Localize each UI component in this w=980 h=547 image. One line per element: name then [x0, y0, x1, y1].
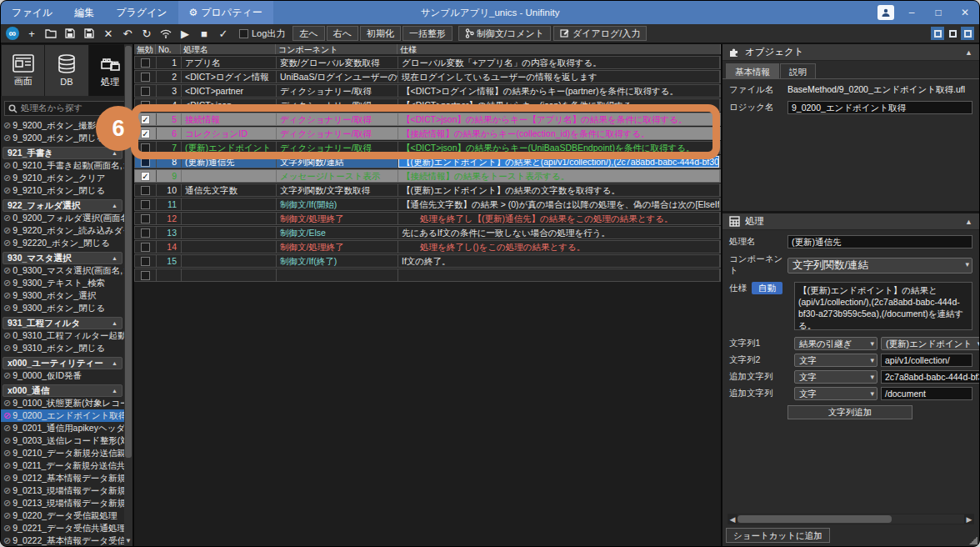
field-type-select[interactable]: 文字 [794, 354, 878, 367]
disable-checkbox[interactable] [141, 200, 150, 209]
save-all-icon[interactable] [81, 26, 98, 41]
spec-cell[interactable]: 【<DICT>json】の結果からキー【アプリ名】の結果を条件に取得する。 [398, 113, 720, 125]
table-row[interactable]: ✓6コレクションIDディクショナリー/取得【接続情報】の結果からキー(colle… [134, 127, 721, 140]
sidebar-group-header[interactable]: x000_通信▲ [2, 384, 122, 397]
refresh-icon[interactable]: ↻ [138, 26, 155, 41]
component-cell[interactable]: 制御文/If(終了) [277, 255, 398, 267]
table-row[interactable]: 13制御文/Else先にあるIf文の条件に一致しない場合の処理を行う。 [134, 226, 721, 239]
sidebar-item[interactable]: ⊘9_0213_現場情報データ新規分... [1, 497, 124, 509]
disable-checkbox[interactable]: ✓ [141, 115, 150, 124]
scroll-left-icon[interactable]: ◀ [728, 515, 738, 524]
disable-checkbox[interactable] [141, 186, 150, 195]
sidebar-item[interactable]: ⊘9_9300_ボタン_閉じる [1, 302, 124, 314]
disable-checkbox[interactable] [141, 73, 150, 82]
field-value-input[interactable]: 2c7a8abd-babc-444d-bf30- [881, 370, 980, 384]
sidebar-group-header[interactable]: x000_ユーティリティー▲ [2, 357, 122, 369]
spec-cell[interactable]: 【接続情報】の結果からキー(collection_id)を条件に取得する。 [398, 128, 720, 139]
spec-cell[interactable]: 【接続情報】の結果をトースト表示する。 [398, 170, 720, 182]
collapse-icon[interactable]: ▲ [965, 48, 972, 57]
new-file-icon[interactable] [42, 26, 59, 41]
table-row[interactable]: 2<DICT>ログイン情報UniBaaS/ログインユーザーの情報取得現在ログイン… [134, 70, 721, 83]
scroll-down-icon[interactable]: ▼ [124, 536, 132, 546]
table-row[interactable]: 12制御文/処理終了処理を終了し【(更新)通信先】の結果をこの処理の結果とする。 [134, 212, 721, 225]
sidebar-item[interactable]: ⊘0_9310_工程フィルター起動(画... [1, 329, 124, 342]
table-row[interactable]: 7(更新)エンドポイントディクショナリー/取得【<DICT>json】の結果から… [134, 141, 721, 154]
spec-cell[interactable]: グローバル変数「+アプリ名」の内容を取得する。 [398, 57, 720, 68]
toolbar-button-左へ[interactable]: 左へ [292, 26, 324, 41]
process-name-cell[interactable]: <DICT>ログイン情報 [182, 71, 277, 83]
wifi-icon[interactable] [158, 26, 174, 41]
disable-checkbox[interactable] [141, 214, 150, 223]
process-name-cell[interactable] [182, 241, 277, 253]
sidebar-item[interactable]: ⊘9_9200_ボタン_閉じる [1, 132, 124, 144]
process-section-header[interactable]: 処理 ▲ [722, 213, 979, 230]
process-name-cell[interactable]: (更新)通信先 [182, 156, 277, 168]
panel-toggle-left-icon[interactable] [931, 27, 944, 40]
menu-item-編集[interactable]: 編集 [63, 1, 105, 24]
table-row[interactable] [134, 268, 721, 282]
spec-cell[interactable]: 現在ログインしているユーザーの情報を返します [398, 71, 720, 83]
component-cell[interactable]: 文字列関数/文字数取得 [277, 184, 398, 196]
spec-cell[interactable]: If文の終了。 [398, 255, 720, 267]
component-cell[interactable]: ディクショナリー/取得 [277, 113, 398, 125]
process-name-cell[interactable] [182, 213, 277, 224]
spec-cell[interactable]: 【(更新)エンドポイント】の結果と(api/v1/collection/),(2… [398, 156, 720, 168]
sidebar-item[interactable]: ⊘9_0212_基本情報データ新規分... [1, 472, 124, 484]
log-output-checkbox[interactable] [239, 29, 248, 38]
sidebar-scrollbar[interactable]: ▼ [124, 44, 132, 546]
field-type-select[interactable]: 文字 [794, 387, 878, 400]
spec-cell[interactable]: 処理を終了し()をこの処理の結果とする。 [398, 241, 720, 253]
process-name-cell[interactable] [182, 269, 277, 281]
component-cell[interactable]: 変数/グローバル変数取得 [277, 57, 398, 68]
component-cell[interactable]: メッセージ/トースト表示 [277, 170, 398, 182]
table-row[interactable]: 11制御文/If(開始)【通信先文字数】の結果 > (0)が真の場合は以降の処理… [134, 198, 721, 211]
process-name-cell[interactable] [182, 198, 277, 210]
delete-icon[interactable]: ✕ [100, 26, 117, 41]
field-value-input[interactable]: /document [881, 387, 972, 400]
close-button[interactable]: ✕ [956, 7, 974, 18]
process-name-cell[interactable]: 接続情報 [182, 113, 277, 125]
sidebar-item[interactable]: ⊘9_0211_データ新規分送信共通... [1, 459, 124, 472]
save-icon[interactable] [62, 26, 78, 41]
component-cell[interactable]: 制御文/処理終了 [277, 213, 398, 224]
add-icon[interactable]: + [23, 26, 40, 41]
unifinity-logo-icon[interactable]: ∞ [4, 26, 21, 41]
disable-checkbox[interactable] [141, 158, 150, 167]
sidebar-item[interactable]: ⊘9_0201_通信用apikeyヘッダー... [1, 422, 124, 434]
menu-item-プラグイン[interactable]: プラグイン [105, 1, 178, 24]
table-row[interactable]: 3<DICT>partnerディクショナリー/取得【<DICT>ログイン情報】の… [134, 84, 721, 98]
disable-checkbox[interactable] [141, 243, 150, 252]
process-name-cell[interactable]: <DICT>json [182, 99, 277, 111]
table-row[interactable]: ✓9メッセージ/トースト表示【接続情報】の結果をトースト表示する。 [134, 169, 721, 183]
sidebar-item[interactable]: ⊘9_9300_テキスト_検索 [1, 277, 124, 289]
sidebar-item[interactable]: ⊘9_0000_仮ID発番 [1, 369, 124, 382]
sidebar-item[interactable]: ⊘9_9220_ボタン_読み込みダイアロ... [1, 224, 124, 237]
process-search-input[interactable]: 処理名から探す [4, 101, 129, 116]
table-row[interactable]: 1アプリ名変数/グローバル変数取得グローバル変数「+アプリ名」の内容を取得する。 [134, 56, 721, 69]
log-output-toggle[interactable]: Log出力 [234, 28, 290, 40]
logic-name-input[interactable]: 9_0200_エンドポイント取得 [788, 101, 972, 114]
process-name-cell[interactable]: (更新)エンドポイント [182, 142, 277, 153]
panel-toggle-right-icon[interactable] [961, 27, 974, 40]
sidebar-item[interactable]: ⊘9_92220_ボタン_閉じる [1, 237, 124, 249]
sidebar-group-header[interactable]: 930_マスタ選択▲ [2, 252, 122, 264]
sidebar-item[interactable]: ⊘9_0213_現場情報データ新規分... [1, 484, 124, 497]
disable-checkbox[interactable] [141, 87, 150, 96]
toolbar-button-一括整形[interactable]: 一括整形 [402, 26, 452, 41]
spec-textarea[interactable]: 【(更新)エンドポイント】の結果と(api/v1/collection/),(2… [794, 282, 972, 330]
stop-icon[interactable]: ■ [196, 26, 212, 41]
process-name-cell[interactable]: <DICT>partner [182, 85, 277, 97]
validate-icon[interactable]: ✓ [215, 26, 232, 41]
component-cell[interactable]: 制御文/処理終了 [277, 241, 398, 253]
sidebar-item[interactable]: ⊘9_9310_ボタン_閉じる [1, 342, 124, 354]
sidebar-group-header[interactable]: 922_フォルダ選択▲ [2, 199, 122, 212]
sidebar-item[interactable]: ⊘9_0221_データ受信共通処理(ワ... [1, 522, 124, 534]
auto-button[interactable]: 自動 [752, 282, 782, 294]
spec-cell[interactable] [398, 269, 720, 281]
dialog-input-button[interactable]: ダイアログ/入力 [553, 26, 647, 41]
disable-checkbox[interactable] [141, 257, 150, 266]
sidebar-item[interactable]: ⊘9_0210_データ新規分送信親処理 [1, 447, 124, 459]
menu-item-ファイル[interactable]: ファイル [1, 1, 63, 24]
field-value-select[interactable]: (更新)エンドポイント [881, 337, 980, 350]
component-cell[interactable]: 文字列関数/連結 [277, 156, 398, 168]
